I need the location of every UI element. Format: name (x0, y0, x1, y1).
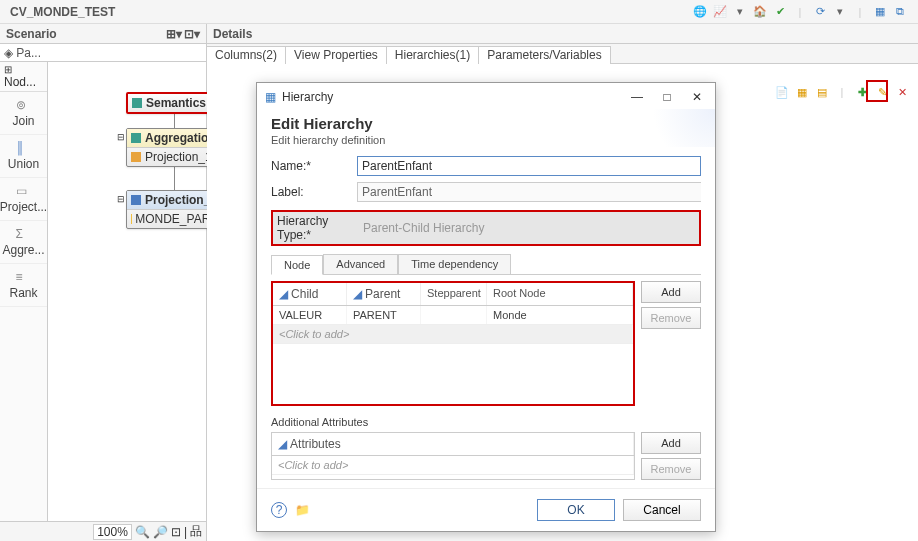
dialog-subtabs: Node Advanced Time dependency (271, 254, 701, 275)
chart-icon[interactable]: 📈 (712, 4, 728, 20)
details-tabs: Columns(2) View Properties Hierarchies(1… (207, 44, 918, 64)
tool-join[interactable]: ⊚Join (0, 92, 47, 135)
folder-icon[interactable]: 📁 (295, 503, 310, 517)
separator: | (834, 84, 850, 100)
node-label: Semantics (146, 96, 206, 110)
node-semantics[interactable]: Semantics (126, 92, 218, 114)
remove-button[interactable]: Remove (641, 307, 701, 329)
attr-add-button[interactable]: Add (641, 432, 701, 454)
semantics-icon (132, 98, 142, 108)
hierarchy-type-value[interactable]: Parent-Child Hierarchy (363, 221, 484, 235)
grid-icon[interactable]: ▦ (794, 84, 810, 100)
tool-rank[interactable]: ≡Rank (0, 264, 47, 307)
dropdown-icon[interactable]: ▾ (732, 4, 748, 20)
export-icon[interactable]: 📄 (774, 84, 790, 100)
scenario-canvas[interactable]: Semantics ⊟Aggregation Projection_1 ⊟Pro… (48, 62, 206, 521)
scenario-header-label: Scenario (6, 27, 57, 41)
node-table[interactable]: ◢ Child ◢ Parent Stepparent Root Node VA… (271, 281, 635, 406)
subtab-node[interactable]: Node (271, 255, 323, 275)
col-parent: Parent (365, 287, 400, 301)
layout-icon[interactable]: ▦ (872, 4, 888, 20)
page-title: CV_MONDE_TEST (10, 5, 115, 19)
tab-pa[interactable]: ◈ Pa... (4, 46, 41, 60)
top-toolbar: 🌐 📈 ▾ 🏠 ✔ | ⟳ ▾ | ▦ ⧉ (692, 4, 908, 20)
help-icon[interactable]: ? (271, 502, 287, 518)
name-label: Name:* (271, 159, 357, 173)
proj-icon (131, 152, 141, 162)
ok-button[interactable]: OK (537, 499, 615, 521)
attr-remove-button[interactable]: Remove (641, 458, 701, 480)
split-icon[interactable]: ⊞▾ (166, 27, 182, 41)
home-icon[interactable]: 🏠 (752, 4, 768, 20)
scenario-header: Scenario ⊞▾⊡▾ (0, 24, 206, 44)
zoom-value: 100% (93, 524, 132, 540)
zoom-in-icon[interactable]: 🔎 (153, 525, 168, 539)
col-child: Child (291, 287, 318, 301)
table-row-placeholder[interactable]: <Click to add> (273, 325, 633, 344)
pipe: | (184, 525, 187, 539)
grid-icon-2[interactable]: ▤ (814, 84, 830, 100)
hierarchy-type-highlight: Hierarchy Type:* Parent-Child Hierarchy (271, 210, 701, 246)
attr-row-placeholder[interactable]: <Click to add> (272, 456, 634, 475)
layout-icon[interactable]: 品 (190, 523, 202, 540)
label-value[interactable]: ParentEnfant (357, 182, 701, 202)
attributes-table[interactable]: ◢ Attributes <Click to add> (271, 432, 635, 480)
close-button[interactable]: ✕ (687, 87, 707, 107)
separator: | (852, 4, 868, 20)
tab-view-properties[interactable]: View Properties (286, 46, 387, 64)
proj-icon (131, 195, 141, 205)
tab-columns[interactable]: Columns(2) (207, 46, 286, 64)
subtab-time-dependency[interactable]: Time dependency (398, 254, 511, 274)
zoom-out-icon[interactable]: 🔍 (135, 525, 150, 539)
node-child-label: Projection_1 (145, 150, 212, 164)
col-rootnode: Root Node (487, 283, 633, 305)
label-label: Label: (271, 185, 357, 199)
tool-projection[interactable]: ▭Project... (0, 178, 47, 221)
scenario-footer: 100% 🔍 🔎 ⊡ | 品 (0, 521, 206, 541)
minimize-button[interactable]: — (627, 87, 647, 107)
additional-attributes-label: Additional Attributes (271, 416, 701, 428)
dialog-icon: ▦ (265, 90, 276, 104)
tool-union[interactable]: ║Union (0, 135, 47, 178)
details-toolbar: 📄 ▦ ▤ | ✚ ✎ ✕ (774, 84, 910, 100)
col-attributes: Attributes (290, 437, 341, 451)
maximize-button[interactable]: □ (657, 87, 677, 107)
cancel-button[interactable]: Cancel (623, 499, 701, 521)
hierarchy-type-label: Hierarchy Type:* (277, 214, 363, 242)
tool-aggregation[interactable]: ΣAggre... (0, 221, 47, 264)
details-header: Details (207, 24, 918, 44)
tab-hierarchies[interactable]: Hierarchies(1) (387, 46, 479, 64)
tab-parameters[interactable]: Parameters/Variables (479, 46, 611, 64)
expand-icon[interactable]: ⊡▾ (184, 27, 200, 41)
node-label: Aggregation (145, 131, 216, 145)
highlight-add-button (866, 80, 888, 102)
refresh-icon[interactable]: ⟳ (812, 4, 828, 20)
name-input[interactable] (357, 156, 701, 176)
dropdown-icon[interactable]: ▾ (832, 4, 848, 20)
table-row[interactable]: VALEUR PARENT Monde (273, 306, 633, 325)
globe-icon[interactable]: 🌐 (692, 4, 708, 20)
agg-icon (131, 133, 141, 143)
close-icon[interactable]: ✕ (894, 84, 910, 100)
hierarchy-dialog: ▦Hierarchy — □ ✕ Edit Hierarchy Edit hie… (256, 82, 716, 532)
fit-icon[interactable]: ⊡ (171, 525, 181, 539)
check-icon[interactable]: ✔ (772, 4, 788, 20)
separator: | (792, 4, 808, 20)
dialog-title: Hierarchy (282, 90, 333, 104)
copy-icon[interactable]: ⧉ (892, 4, 908, 20)
tab-nod[interactable]: Nod... (4, 75, 36, 89)
subtab-advanced[interactable]: Advanced (323, 254, 398, 274)
col-stepparent: Stepparent (421, 283, 487, 305)
add-button[interactable]: Add (641, 281, 701, 303)
